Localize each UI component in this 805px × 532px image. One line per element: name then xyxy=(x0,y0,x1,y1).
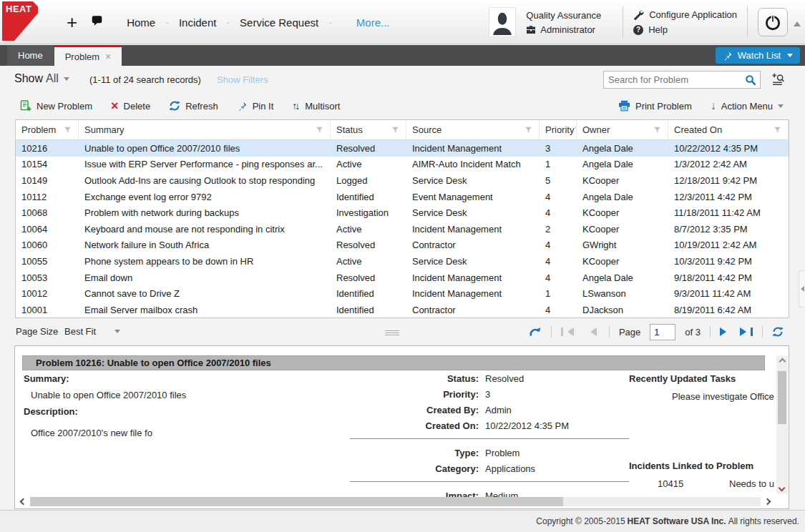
table-cell: Incident Management xyxy=(406,270,540,286)
new-tab-plus-icon[interactable]: + xyxy=(67,11,77,34)
tab-problem[interactable]: Problem × xyxy=(54,45,122,66)
incident-id: 10415 xyxy=(658,478,729,489)
table-row[interactable]: 10216Unable to open Office 2007/2010 fil… xyxy=(16,140,789,157)
collapse-header-icon[interactable] xyxy=(794,18,801,26)
table-row[interactable]: 10149Outlook Add-Ins are causing Outlook… xyxy=(16,172,789,189)
nav-item-service-request[interactable]: Service Request xyxy=(240,16,318,29)
table-cell: LSwanson xyxy=(577,285,668,302)
nav-item-incident[interactable]: Incident xyxy=(179,16,217,29)
table-cell: Angela Dale xyxy=(577,270,668,286)
column-label: Status xyxy=(336,124,363,135)
linked-incident-row[interactable]: 10415 Needs to u xyxy=(629,478,777,489)
pin-it-button[interactable]: Pin It xyxy=(237,101,274,112)
advanced-search-icon[interactable] xyxy=(771,73,785,89)
scroll-up-icon[interactable] xyxy=(779,358,786,365)
filter-icon[interactable] xyxy=(525,126,532,134)
table-row[interactable]: 10064Keyboard and mouse are not respondi… xyxy=(16,221,789,237)
column-header-problem[interactable]: Problem xyxy=(16,120,79,140)
column-label: Created On xyxy=(674,124,722,135)
table-cell: 11/18/2011 11:42 AM xyxy=(668,205,789,221)
panel-splitter-handle[interactable] xyxy=(385,329,399,337)
tab-home[interactable]: Home xyxy=(7,45,54,66)
vertical-scrollbar[interactable] xyxy=(776,355,788,494)
table-cell: KCooper xyxy=(577,172,668,189)
search-input[interactable] xyxy=(604,74,745,85)
table-cell: Service Desk xyxy=(406,172,540,189)
header-links: Configure Application ? Help xyxy=(633,9,737,35)
first-page-button[interactable] xyxy=(561,327,577,336)
previous-page-button[interactable] xyxy=(586,327,600,336)
last-page-button[interactable] xyxy=(740,327,753,336)
print-problem-button[interactable]: Print Problem xyxy=(618,100,692,112)
nav-separator: · xyxy=(328,16,332,28)
nav-more-link[interactable]: More... xyxy=(356,16,390,29)
scroll-right-icon[interactable] xyxy=(764,498,771,505)
field-label: Status: xyxy=(350,373,479,384)
column-header-created-on[interactable]: Created On xyxy=(668,120,789,140)
table-row[interactable]: 10154Issue with ERP Server Performance -… xyxy=(16,157,789,173)
table-row[interactable]: 10060Network failure in South AfricaReso… xyxy=(16,237,789,254)
table-cell: KCooper xyxy=(577,221,668,237)
scroll-left-icon[interactable] xyxy=(20,498,27,505)
logout-power-button[interactable] xyxy=(758,8,788,36)
delete-button[interactable]: × Delete xyxy=(111,101,150,112)
table-row[interactable]: 10012Cannot save to Drive ZIdentifiedInc… xyxy=(16,285,789,302)
show-dropdown[interactable]: All xyxy=(46,72,69,85)
search-icon[interactable] xyxy=(745,74,756,86)
pin-icon xyxy=(237,101,248,112)
table-row[interactable]: 10068Problem with network during backups… xyxy=(16,205,789,221)
close-tab-icon[interactable]: × xyxy=(105,51,111,61)
side-panel-collapse-handle[interactable] xyxy=(799,270,805,307)
action-menu-button[interactable]: ↓ Action Menu xyxy=(711,101,784,112)
watch-list-button[interactable]: Watch List xyxy=(716,47,800,64)
recently-updated-tasks-title: Recently Updated Tasks xyxy=(629,373,777,384)
show-filters-link[interactable]: Show Filters xyxy=(217,74,268,85)
reload-list-button[interactable] xyxy=(772,326,784,338)
column-header-owner[interactable]: Owner xyxy=(577,120,668,140)
filter-icon[interactable] xyxy=(316,126,323,134)
configure-application-link[interactable]: Configure Application xyxy=(633,9,737,20)
column-header-source[interactable]: Source xyxy=(406,120,540,140)
help-link[interactable]: ? Help xyxy=(633,24,737,35)
chat-bubble-icon[interactable] xyxy=(90,15,104,30)
next-page-button[interactable] xyxy=(720,327,731,336)
filter-icon[interactable] xyxy=(774,126,781,134)
multisort-button[interactable]: ↑↓ Multisort xyxy=(292,100,340,112)
table-row[interactable]: 10112Exchange event log error 9792Identi… xyxy=(16,189,789,205)
table-cell: 12/18/2011 9:42 PM xyxy=(668,172,789,189)
user-info[interactable]: Quality Assurance Administrator xyxy=(526,10,601,35)
page-number-input[interactable] xyxy=(650,324,675,340)
column-header-status[interactable]: Status xyxy=(331,120,406,140)
multisort-arrows-icon: ↑↓ xyxy=(292,100,300,112)
filter-icon[interactable] xyxy=(653,126,661,134)
user-avatar[interactable] xyxy=(489,7,516,37)
chevron-down-icon xyxy=(778,104,784,111)
horizontal-scrollbar[interactable] xyxy=(21,496,770,507)
table-cell: Exchange event log error 9792 xyxy=(79,189,331,205)
table-cell: 8/19/2011 6:42 AM xyxy=(668,302,789,318)
undo-search-icon[interactable] xyxy=(529,326,542,338)
table-cell: 4 xyxy=(540,205,577,221)
nav-item-home[interactable]: Home xyxy=(127,16,155,29)
scroll-down-icon[interactable] xyxy=(779,485,786,492)
grid-header: ProblemSummaryStatusSourcePriorityOwnerC… xyxy=(16,120,789,140)
incident-summary: Needs to u xyxy=(729,478,774,489)
filter-icon[interactable] xyxy=(391,126,399,134)
column-header-priority[interactable]: Priority xyxy=(540,120,577,140)
scrollbar-thumb[interactable] xyxy=(30,497,563,506)
column-label: Owner xyxy=(582,124,610,135)
column-header-summary[interactable]: Summary xyxy=(79,120,331,140)
detail-field-row: Type:Problem xyxy=(350,448,629,458)
table-row[interactable]: 10053Email downResolvedIncident Manageme… xyxy=(16,270,789,286)
refresh-button[interactable]: Refresh xyxy=(169,100,218,112)
page-size-dropdown[interactable]: Best Fit xyxy=(64,326,120,337)
detail-field-row: Priority:3 xyxy=(350,389,629,400)
detail-fields-2: Type:ProblemCategory:Applications xyxy=(350,448,629,474)
scrollbar-thumb[interactable] xyxy=(778,371,786,424)
table-row[interactable]: 10001Email Server mailbox crashIdentifie… xyxy=(16,302,789,318)
filter-icon[interactable] xyxy=(64,126,72,134)
table-row[interactable]: 10055Phone system appears to be down in … xyxy=(16,253,789,270)
pin-icon xyxy=(723,51,733,61)
new-problem-button[interactable]: New Problem xyxy=(20,100,92,112)
table-cell: Identified xyxy=(331,302,406,318)
